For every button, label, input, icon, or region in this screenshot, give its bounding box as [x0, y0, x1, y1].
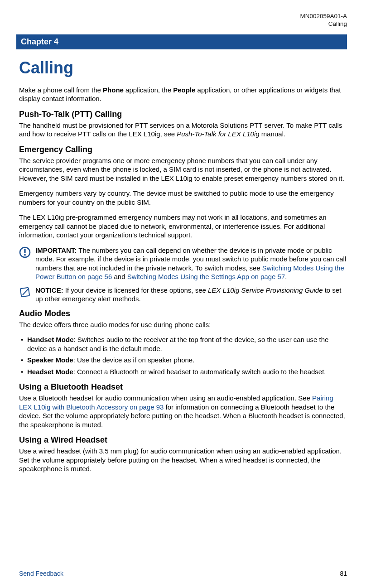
- ptt-post: manual.: [260, 130, 286, 138]
- wired-heading: Using a Wired Headset: [19, 435, 347, 445]
- intro-paragraph: Make a phone call from the Phone applica…: [19, 86, 347, 103]
- audio-item-name-2: Headset Mode: [27, 368, 73, 376]
- audio-intro: The device offers three audio modes for …: [19, 320, 347, 329]
- emergency-p1: The service provider programs one or mor…: [19, 156, 347, 183]
- audio-item-desc-2: : Connect a Bluetooth or wired headset t…: [73, 368, 326, 376]
- notice-icon: [19, 286, 31, 298]
- ptt-heading: Push-To-Talk (PTT) Calling: [19, 110, 347, 119]
- svg-rect-1: [24, 249, 25, 253]
- send-feedback-link[interactable]: Send Feedback: [19, 570, 63, 577]
- notice-text: NOTICE: If your device is licensed for t…: [35, 286, 347, 304]
- bt-heading: Using a Bluetooth Headset: [19, 382, 347, 392]
- important-mid: and: [112, 273, 127, 280]
- emergency-p2: Emergency numbers vary by country. The d…: [19, 189, 347, 207]
- important-text: IMPORTANT: The numbers you can call depe…: [35, 246, 347, 281]
- page-footer: Send Feedback 81: [19, 570, 347, 577]
- ptt-paragraph: The handheld must be provisioned for PTT…: [19, 121, 347, 139]
- audio-item-desc-1: : Use the device as if on speaker phone.: [73, 356, 195, 364]
- page-title: Calling: [19, 58, 347, 77]
- list-item: Headset Mode: Connect a Bluetooth or wir…: [27, 367, 347, 376]
- page-header: MN002859A01-A Calling: [19, 13, 347, 28]
- notice-label: NOTICE:: [35, 286, 63, 294]
- svg-rect-2: [24, 254, 25, 255]
- wired-paragraph: Use a wired headset (with 3.5 mm plug) f…: [19, 447, 347, 473]
- doc-id: MN002859A01-A: [19, 13, 347, 20]
- important-link-2[interactable]: Switching Modes Using the Settings App o…: [127, 273, 285, 280]
- notice-pre: If your device is licensed for these opt…: [63, 286, 208, 294]
- audio-item-name-1: Speaker Mode: [27, 356, 73, 364]
- important-note: IMPORTANT: The numbers you can call depe…: [19, 246, 347, 281]
- important-post: .: [285, 273, 287, 280]
- emergency-p3: The LEX L10ig pre-programmed emergency n…: [19, 213, 347, 240]
- list-item: Speaker Mode: Use the device as if on sp…: [27, 356, 347, 365]
- ptt-italic: Push-To-Talk for LEX L10ig: [177, 130, 259, 138]
- notice-note: NOTICE: If your device is licensed for t…: [19, 286, 347, 304]
- bt-paragraph: Use a Bluetooth headset for audio commun…: [19, 394, 347, 429]
- intro-mid: application, the: [124, 86, 173, 94]
- intro-bold-people: People: [173, 86, 195, 94]
- page-number: 81: [340, 570, 347, 577]
- list-item: Handset Mode: Switches audio to the rece…: [27, 335, 347, 353]
- audio-item-name-0: Handset Mode: [27, 336, 74, 343]
- intro-pre: Make a phone call from the: [19, 86, 103, 94]
- intro-bold-phone: Phone: [103, 86, 124, 94]
- chapter-banner: Chapter 4: [16, 34, 347, 49]
- emergency-heading: Emergency Calling: [19, 145, 347, 154]
- important-label: IMPORTANT:: [35, 246, 77, 254]
- bt-pre: Use a Bluetooth headset for audio commun…: [19, 394, 312, 402]
- section-name: Calling: [19, 20, 347, 28]
- audio-heading: Audio Modes: [19, 309, 347, 318]
- audio-modes-list: Handset Mode: Switches audio to the rece…: [19, 335, 347, 376]
- notice-italic: LEX L10ig Service Provisioning Guide: [208, 286, 323, 294]
- important-icon: [19, 246, 31, 258]
